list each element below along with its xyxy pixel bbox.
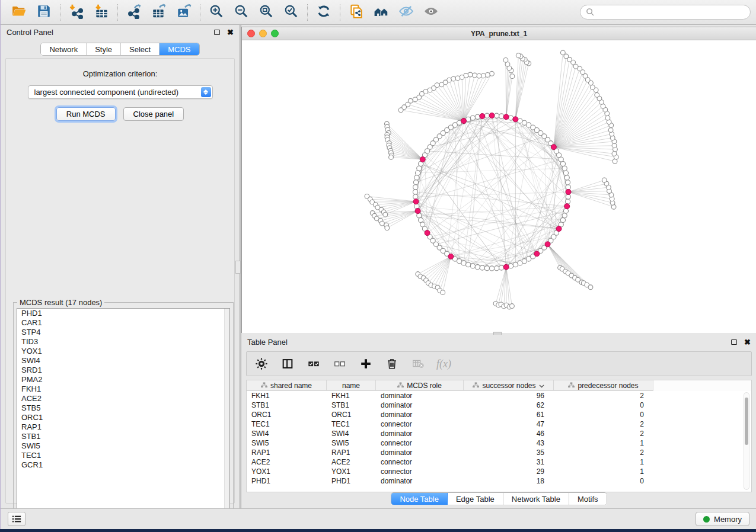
tab-mcds[interactable]: MCDS — [160, 43, 199, 55]
graph-node[interactable] — [455, 76, 460, 81]
export-image-button[interactable] — [171, 2, 196, 23]
graph-node[interactable] — [588, 285, 593, 290]
graph-node[interactable] — [414, 204, 419, 209]
mcds-result-item[interactable]: ACE2 — [17, 394, 229, 403]
graph-node[interactable] — [560, 50, 565, 55]
graph-node[interactable] — [565, 180, 570, 185]
table-row[interactable]: RAP1RAP1dominator352 — [247, 448, 751, 457]
table-options-gear-icon[interactable] — [254, 356, 269, 371]
graph-node[interactable] — [612, 151, 617, 156]
memory-button[interactable]: Memory — [696, 512, 749, 526]
graph-node[interactable] — [475, 265, 480, 270]
graph-node[interactable] — [477, 73, 481, 78]
zoom-in-button[interactable] — [204, 2, 229, 23]
float-panel-icon[interactable] — [214, 30, 220, 35]
close-window-icon[interactable] — [247, 30, 255, 37]
mcds-result-item[interactable]: PMA2 — [17, 375, 229, 384]
dominator-node[interactable] — [503, 114, 509, 120]
graph-node[interactable] — [495, 113, 499, 118]
mcds-result-item[interactable]: TID3 — [17, 337, 229, 347]
table-row[interactable]: SWI5SWI5connector431 — [247, 438, 751, 448]
tab-node-table[interactable]: Node Table — [391, 493, 448, 505]
graph-node[interactable] — [562, 166, 567, 171]
task-history-button[interactable] — [8, 512, 25, 526]
criterion-dropdown[interactable]: largest connected component (undirected) — [28, 85, 213, 99]
dominator-node[interactable] — [534, 251, 540, 257]
zoom-out-button[interactable] — [229, 2, 254, 23]
graph-node[interactable] — [563, 209, 568, 213]
tab-network-table[interactable]: Network Table — [503, 493, 569, 505]
graph-node[interactable] — [510, 304, 515, 309]
graph-node[interactable] — [605, 116, 610, 120]
mcds-result-item[interactable]: STP4 — [17, 328, 229, 337]
graph-node[interactable] — [460, 75, 464, 80]
graph-node[interactable] — [565, 199, 570, 204]
table-row[interactable]: PHD1PHD1dominator180 — [247, 476, 751, 486]
graph-node[interactable] — [499, 114, 504, 118]
graph-node[interactable] — [560, 217, 565, 222]
close-table-panel-icon[interactable]: ✖ — [744, 338, 751, 346]
graph-node[interactable] — [566, 185, 570, 190]
table-row[interactable]: YOX1YOX1connector291 — [247, 467, 751, 476]
table-row[interactable]: STB1STB1dominator620 — [247, 400, 751, 410]
graph-node[interactable] — [413, 180, 418, 185]
column-header-successor-nodes[interactable]: successor nodes — [464, 380, 554, 391]
zoom-fit-button[interactable] — [254, 2, 279, 23]
dominator-node[interactable] — [545, 242, 550, 247]
graph-node[interactable] — [383, 212, 388, 217]
mcds-result-item[interactable]: FKH1 — [17, 384, 229, 394]
graph-node[interactable] — [473, 73, 477, 78]
graph-node[interactable] — [413, 190, 417, 194]
dominator-node[interactable] — [413, 199, 419, 204]
table-scrollbar-thumb[interactable] — [745, 398, 748, 445]
graph-node[interactable] — [414, 175, 419, 180]
show-all-button[interactable] — [419, 2, 444, 23]
close-panel-button[interactable]: Close panel — [123, 107, 184, 121]
graph-node[interactable] — [389, 155, 394, 160]
mcds-result-item[interactable]: SWI5 — [17, 441, 229, 451]
graph-node[interactable] — [508, 264, 513, 268]
deselect-all-rows-icon[interactable] — [332, 356, 347, 371]
graph-node[interactable] — [466, 262, 471, 267]
dominator-node[interactable] — [461, 118, 467, 124]
add-column-icon[interactable] — [358, 356, 374, 371]
mcds-result-item[interactable]: ORC1 — [17, 413, 229, 422]
table-row[interactable]: ACE2ACE2connector311 — [247, 457, 751, 467]
maximize-window-icon[interactable] — [271, 30, 279, 37]
dominator-node[interactable] — [480, 114, 485, 119]
run-mcds-button[interactable]: Run MCDS — [56, 107, 116, 121]
table-row[interactable]: TEC1TEC1connector472 — [247, 419, 751, 429]
dominator-node[interactable] — [425, 230, 430, 236]
graph-node[interactable] — [484, 266, 489, 271]
zoom-selected-button[interactable] — [279, 2, 304, 23]
column-header-name[interactable]: name — [327, 380, 376, 391]
graph-node[interactable] — [613, 159, 617, 164]
graph-node[interactable] — [513, 262, 518, 267]
graph-node[interactable] — [398, 108, 403, 113]
graph-node[interactable] — [563, 171, 568, 175]
graph-node[interactable] — [413, 194, 418, 199]
mcds-result-item[interactable]: TEC1 — [17, 451, 229, 460]
dominator-node[interactable] — [556, 226, 562, 232]
graph-node[interactable] — [573, 64, 578, 69]
result-list-scrollbar[interactable] — [224, 309, 229, 518]
open-file-button[interactable] — [7, 2, 31, 23]
graph-node[interactable] — [595, 92, 599, 97]
graph-node[interactable] — [590, 85, 595, 90]
dominator-node[interactable] — [566, 190, 571, 195]
tab-style[interactable]: Style — [87, 43, 121, 55]
tab-edge-table[interactable]: Edge Table — [448, 493, 503, 505]
dominator-node[interactable] — [564, 204, 570, 209]
delete-column-icon[interactable] — [384, 356, 400, 371]
mcds-result-item[interactable]: CAR1 — [17, 318, 229, 328]
import-network-button[interactable] — [64, 2, 89, 23]
import-table-button[interactable] — [89, 2, 114, 23]
hide-selected-button[interactable] — [394, 2, 419, 23]
column-header-shared-name[interactable]: shared name — [247, 380, 327, 391]
graph-node[interactable] — [480, 265, 484, 270]
graph-node[interactable] — [415, 171, 420, 175]
network-window-titlebar[interactable]: YPA_prune.txt_1 — [242, 27, 756, 40]
dominator-node[interactable] — [420, 157, 425, 162]
dominator-node[interactable] — [448, 254, 454, 259]
graph-node[interactable] — [495, 266, 499, 271]
